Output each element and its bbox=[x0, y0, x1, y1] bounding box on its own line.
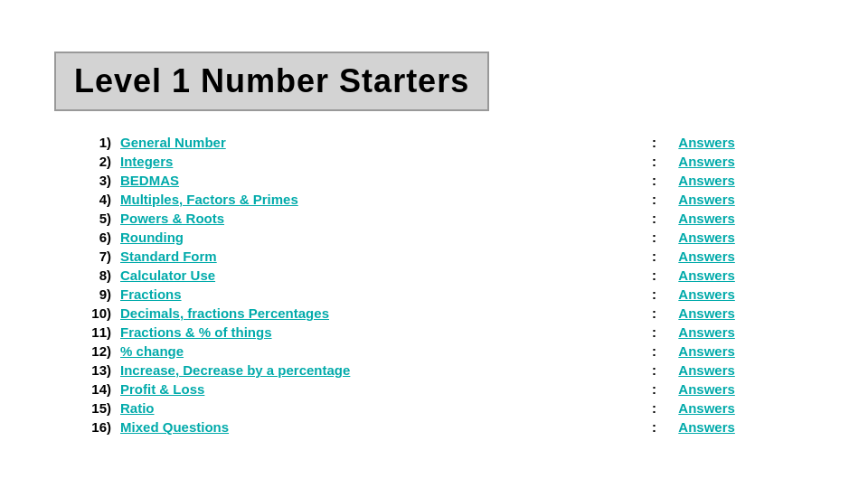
item-number: 11) bbox=[54, 323, 117, 342]
answer-link[interactable]: Answers bbox=[675, 399, 814, 418]
topics-table: 1)General Number:Answers2)Integers:Answe… bbox=[54, 133, 814, 436]
answer-link[interactable]: Answers bbox=[675, 361, 814, 380]
answer-link[interactable]: Answers bbox=[675, 323, 814, 342]
answer-link[interactable]: Answers bbox=[675, 266, 814, 285]
item-number: 12) bbox=[54, 342, 117, 361]
topic-link[interactable]: Integers bbox=[117, 152, 634, 171]
colon-separator: : bbox=[634, 285, 675, 304]
item-number: 3) bbox=[54, 171, 117, 190]
title-box: Level 1 Number Starters bbox=[54, 52, 489, 111]
item-number: 7) bbox=[54, 247, 117, 266]
colon-separator: : bbox=[634, 304, 675, 323]
item-number: 13) bbox=[54, 361, 117, 380]
answer-link[interactable]: Answers bbox=[675, 247, 814, 266]
colon-separator: : bbox=[634, 133, 675, 152]
topic-link[interactable]: BEDMAS bbox=[117, 171, 634, 190]
colon-separator: : bbox=[634, 342, 675, 361]
topic-link[interactable]: Decimals, fractions Percentages bbox=[117, 304, 634, 323]
table-row: 5)Powers & Roots:Answers bbox=[54, 209, 814, 228]
topic-link[interactable]: Multiples, Factors & Primes bbox=[117, 190, 634, 209]
table-row: 3)BEDMAS:Answers bbox=[54, 171, 814, 190]
colon-separator: : bbox=[634, 152, 675, 171]
table-row: 4)Multiples, Factors & Primes:Answers bbox=[54, 190, 814, 209]
answer-link[interactable]: Answers bbox=[675, 285, 814, 304]
main-container: Level 1 Number Starters 1)General Number… bbox=[36, 33, 832, 455]
item-number: 5) bbox=[54, 209, 117, 228]
topic-link[interactable]: Fractions & % of things bbox=[117, 323, 634, 342]
topic-link[interactable]: Profit & Loss bbox=[117, 380, 634, 399]
colon-separator: : bbox=[634, 247, 675, 266]
colon-separator: : bbox=[634, 418, 675, 436]
answer-link[interactable]: Answers bbox=[675, 342, 814, 361]
item-number: 2) bbox=[54, 152, 117, 171]
item-number: 16) bbox=[54, 418, 117, 436]
colon-separator: : bbox=[634, 361, 675, 380]
table-row: 11)Fractions & % of things:Answers bbox=[54, 323, 814, 342]
table-row: 7)Standard Form:Answers bbox=[54, 247, 814, 266]
topic-link[interactable]: Fractions bbox=[117, 285, 634, 304]
table-row: 16)Mixed Questions:Answers bbox=[54, 418, 814, 436]
table-row: 1)General Number:Answers bbox=[54, 133, 814, 152]
colon-separator: : bbox=[634, 380, 675, 399]
table-row: 14)Profit & Loss:Answers bbox=[54, 380, 814, 399]
table-row: 2)Integers:Answers bbox=[54, 152, 814, 171]
topic-link[interactable]: Rounding bbox=[117, 228, 634, 247]
topic-link[interactable]: Calculator Use bbox=[117, 266, 634, 285]
table-row: 12)% change:Answers bbox=[54, 342, 814, 361]
item-number: 14) bbox=[54, 380, 117, 399]
answer-link[interactable]: Answers bbox=[675, 152, 814, 171]
colon-separator: : bbox=[634, 171, 675, 190]
colon-separator: : bbox=[634, 266, 675, 285]
answer-link[interactable]: Answers bbox=[675, 209, 814, 228]
item-number: 6) bbox=[54, 228, 117, 247]
topic-link[interactable]: Increase, Decrease by a percentage bbox=[117, 361, 634, 380]
topic-link[interactable]: Ratio bbox=[117, 399, 634, 418]
answer-link[interactable]: Answers bbox=[675, 133, 814, 152]
table-row: 6)Rounding:Answers bbox=[54, 228, 814, 247]
table-row: 13)Increase, Decrease by a percentage:An… bbox=[54, 361, 814, 380]
topic-link[interactable]: Mixed Questions bbox=[117, 418, 634, 436]
answer-link[interactable]: Answers bbox=[675, 380, 814, 399]
topic-link[interactable]: Standard Form bbox=[117, 247, 634, 266]
colon-separator: : bbox=[634, 323, 675, 342]
item-number: 15) bbox=[54, 399, 117, 418]
colon-separator: : bbox=[634, 209, 675, 228]
item-number: 1) bbox=[54, 133, 117, 152]
item-number: 10) bbox=[54, 304, 117, 323]
table-row: 8)Calculator Use:Answers bbox=[54, 266, 814, 285]
answer-link[interactable]: Answers bbox=[675, 171, 814, 190]
item-number: 8) bbox=[54, 266, 117, 285]
table-row: 10)Decimals, fractions Percentages:Answe… bbox=[54, 304, 814, 323]
answer-link[interactable]: Answers bbox=[675, 418, 814, 436]
table-row: 9)Fractions:Answers bbox=[54, 285, 814, 304]
answer-link[interactable]: Answers bbox=[675, 190, 814, 209]
item-number: 4) bbox=[54, 190, 117, 209]
topic-link[interactable]: % change bbox=[117, 342, 634, 361]
table-row: 15)Ratio:Answers bbox=[54, 399, 814, 418]
colon-separator: : bbox=[634, 190, 675, 209]
page-title: Level 1 Number Starters bbox=[74, 62, 469, 100]
colon-separator: : bbox=[634, 399, 675, 418]
answer-link[interactable]: Answers bbox=[675, 228, 814, 247]
answer-link[interactable]: Answers bbox=[675, 304, 814, 323]
topic-link[interactable]: Powers & Roots bbox=[117, 209, 634, 228]
item-number: 9) bbox=[54, 285, 117, 304]
topic-link[interactable]: General Number bbox=[117, 133, 634, 152]
colon-separator: : bbox=[634, 228, 675, 247]
